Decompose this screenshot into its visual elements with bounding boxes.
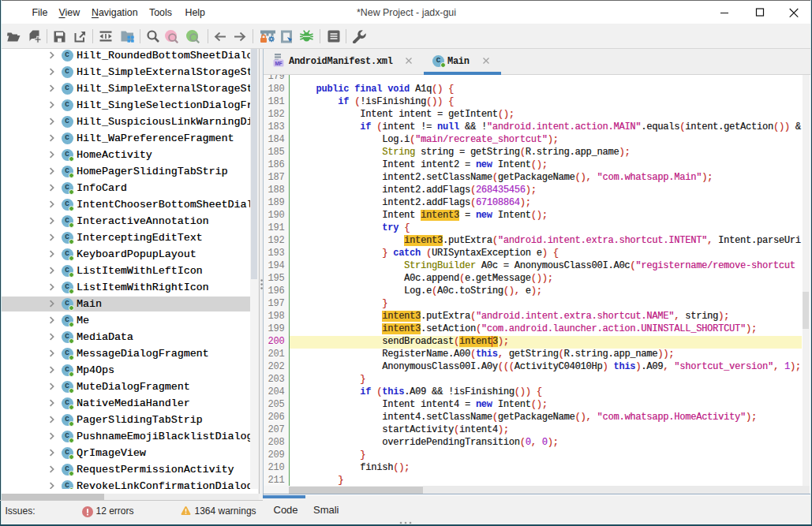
svg-text:MF: MF (275, 61, 282, 66)
